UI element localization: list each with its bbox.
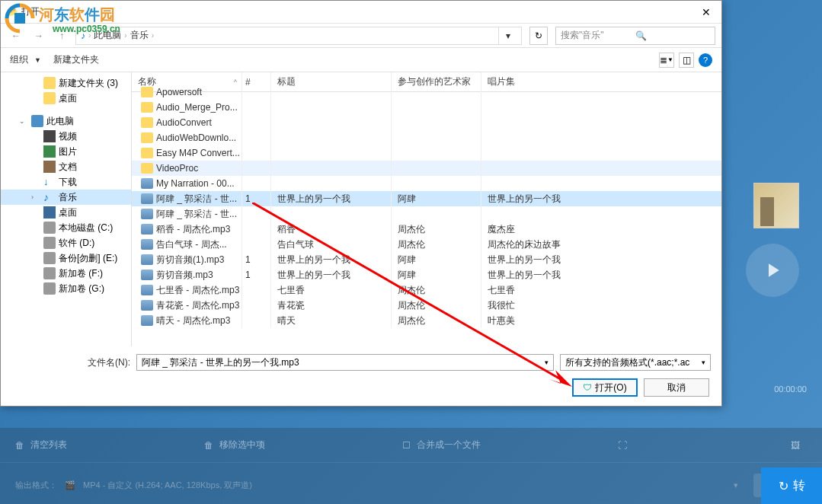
cancel-button[interactable]: 取消 xyxy=(644,378,709,397)
svg-rect-0 xyxy=(14,13,25,24)
folder-icon xyxy=(141,148,153,158)
breadcrumb-dropdown[interactable]: ▾ xyxy=(498,27,517,44)
file-list: 名称^ # 标题 参与创作的艺术家 唱片集 Apowersoft Audio_M… xyxy=(132,72,721,346)
file-row[interactable]: Audio_Merge_Pro... xyxy=(132,100,721,115)
folder-icon xyxy=(141,102,153,113)
file-row[interactable]: Apowersoft xyxy=(132,85,721,100)
folder-icon xyxy=(43,77,56,89)
tree-item[interactable]: 视频 xyxy=(1,129,131,144)
tree-item[interactable]: ↓下载 xyxy=(1,174,131,190)
file-row[interactable]: VideoProc xyxy=(132,161,721,176)
convert-button[interactable]: ↻ 转 xyxy=(761,467,822,504)
file-row[interactable]: My Narration - 00... xyxy=(132,176,721,191)
file-type-filter[interactable]: 所有支持的音频格式(*.aac;*.ac ▾ xyxy=(560,354,711,371)
tree-item[interactable]: 桌面 xyxy=(1,205,131,220)
tree-item[interactable]: 桌面 xyxy=(1,91,131,106)
view-options-button[interactable]: ≣▼ xyxy=(659,53,674,68)
search-icon: 🔍 xyxy=(635,30,710,41)
remove-selected-button[interactable]: 🗑 移除选中项 xyxy=(204,439,265,451)
tree-label: 视频 xyxy=(59,130,77,143)
folder-icon xyxy=(43,92,56,104)
open-file-dialog: 河东软件园 www.pc0359.cn 📂 打开 ✕ ← → ↑ ♪ › 此电脑… xyxy=(0,0,722,407)
file-row[interactable]: 稻香 - 周杰伦.mp3 稻香 周杰伦 魔杰座 xyxy=(132,222,721,237)
organize-button[interactable]: 组织▼ xyxy=(10,53,41,66)
music-icon: ♪ xyxy=(43,191,56,203)
tree-label: 桌面 xyxy=(59,92,77,105)
new-folder-button[interactable]: 新建文件夹 xyxy=(53,53,99,66)
file-row[interactable]: 剪切音频.mp3 1 世界上的另一个我 阿肆 世界上的另一个我 xyxy=(132,267,721,282)
file-row[interactable]: 晴天 - 周杰伦.mp3 晴天 周杰伦 叶惠美 xyxy=(132,313,721,328)
tree-label: 新加卷 (G:) xyxy=(59,282,104,295)
tree-label: 音乐 xyxy=(59,191,77,204)
media-icon xyxy=(141,209,153,219)
file-row[interactable]: Easy M4P Convert... xyxy=(132,145,721,161)
media-icon xyxy=(141,285,153,295)
crop-icon[interactable]: ⛶ xyxy=(618,440,627,451)
dl-icon: ↓ xyxy=(43,176,56,188)
file-row[interactable]: AudioConvert xyxy=(132,115,721,130)
folder-icon xyxy=(141,87,153,97)
tree-label: 此电脑 xyxy=(46,115,74,128)
watermark-url: www.pc0359.cn xyxy=(53,24,120,34)
tree-item[interactable]: 本地磁盘 (C:) xyxy=(1,220,131,235)
file-row[interactable]: AudioWebDownlo... xyxy=(132,130,721,145)
file-row[interactable]: 剪切音频(1).mp3 1 世界上的另一个我 阿肆 世界上的另一个我 xyxy=(132,252,721,267)
filename-label: 文件名(N): xyxy=(88,356,130,369)
tree-item[interactable]: 新加卷 (G:) xyxy=(1,281,131,296)
drive-icon xyxy=(43,267,56,279)
search-input[interactable]: 搜索"音乐" 🔍 xyxy=(555,27,715,45)
chevron-down-icon[interactable]: ▾ xyxy=(702,359,705,366)
file-row[interactable]: 阿肆 _ 郭采洁 - 世... xyxy=(132,206,721,222)
tree-item[interactable]: 备份[勿删] (E:) xyxy=(1,250,131,266)
tree-label: 软件 (D:) xyxy=(59,237,94,250)
tree-item[interactable]: 新建文件夹 (3) xyxy=(1,75,131,91)
file-row[interactable]: 七里香 - 周杰伦.mp3 七里香 周杰伦 七里香 xyxy=(132,282,721,298)
film-icon: 🎬 xyxy=(65,480,75,490)
open-button[interactable]: 🛡 打开(O) xyxy=(572,378,638,397)
chevron-down-icon[interactable]: ▾ xyxy=(545,359,549,366)
tree-label: 新加卷 (F:) xyxy=(59,267,103,280)
tree-item[interactable]: 文档 xyxy=(1,159,131,174)
file-row[interactable]: 青花瓷 - 周杰伦.mp3 青花瓷 周杰伦 我很忙 xyxy=(132,298,721,313)
media-icon xyxy=(141,254,153,265)
navigation-tree: 新建文件夹 (3)桌面⌄此电脑视频图片文档↓下载›♪音乐桌面本地磁盘 (C:)软… xyxy=(1,72,132,346)
tree-item[interactable]: ⌄此电脑 xyxy=(1,113,131,129)
tree-label: 桌面 xyxy=(59,206,77,219)
tree-item[interactable]: 新加卷 (F:) xyxy=(1,266,131,281)
close-button[interactable]: ✕ xyxy=(691,1,721,24)
pc-icon xyxy=(31,115,43,127)
play-button[interactable] xyxy=(746,244,799,297)
media-icon xyxy=(141,300,153,311)
trash-icon: 🗑 xyxy=(15,440,24,451)
watermark-logo xyxy=(4,2,36,34)
folder-icon xyxy=(141,163,153,174)
file-row[interactable]: 告白气球 - 周杰... 告白气球 周杰伦 周杰伦的床边故事 xyxy=(132,237,721,252)
preview-thumbnail xyxy=(753,183,799,228)
preview-pane-button[interactable]: ◫ xyxy=(679,53,694,68)
chevron-down-icon[interactable]: ▾ xyxy=(734,480,738,490)
desk-icon xyxy=(43,206,56,219)
clear-list-button[interactable]: 🗑 清空列表 xyxy=(15,439,67,451)
merge-checkbox[interactable]: ☐ 合并成一个文件 xyxy=(402,439,481,451)
tree-item[interactable]: 图片 xyxy=(1,144,131,159)
doc-icon xyxy=(43,161,56,173)
tree-label: 新建文件夹 (3) xyxy=(59,77,118,90)
checkbox-icon: ☐ xyxy=(402,440,411,451)
filename-input[interactable]: 阿肆 _ 郭采洁 - 世界上的另一个我.mp3 ▾ xyxy=(136,354,554,371)
breadcrumb[interactable]: ♪ › 此电脑 › 音乐 › ▾ xyxy=(75,27,522,45)
expand-arrow[interactable]: ⌄ xyxy=(19,117,28,125)
tree-item[interactable]: 软件 (D:) xyxy=(1,235,131,250)
refresh-button[interactable]: ↻ xyxy=(529,27,548,45)
tree-label: 图片 xyxy=(59,145,77,158)
media-icon xyxy=(141,239,153,250)
folder-icon xyxy=(141,117,153,128)
media-icon xyxy=(141,178,153,189)
file-row[interactable]: 阿肆 _ 郭采洁 - 世... 1 世界上的另一个我 阿肆 世界上的另一个我 xyxy=(132,191,721,206)
help-button[interactable]: ? xyxy=(699,53,712,67)
security-shield-icon: 🛡 xyxy=(583,382,592,393)
tree-item[interactable]: ›♪音乐 xyxy=(1,190,131,205)
expand-arrow[interactable]: › xyxy=(31,193,40,201)
refresh-icon: ↻ xyxy=(779,479,788,493)
image-icon[interactable]: 🖼 xyxy=(791,440,800,451)
drive-icon xyxy=(43,222,56,234)
